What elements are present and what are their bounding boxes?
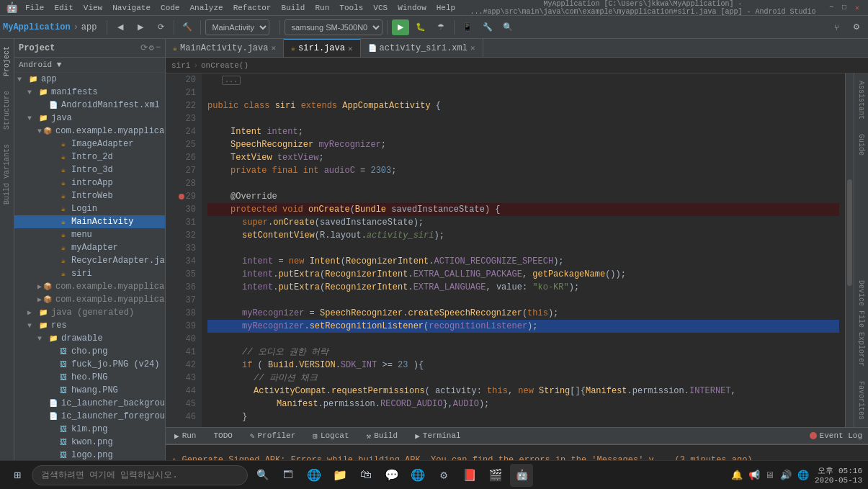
editor-scrollbar[interactable] bbox=[845, 73, 854, 427]
tree-item-hwang[interactable]: 🖼 hwang.PNG bbox=[14, 384, 166, 397]
taskbar-app3[interactable]: ⚙ bbox=[432, 464, 455, 487]
build-variants-tab[interactable]: Build Variants bbox=[1, 140, 12, 209]
structure-panel-tab[interactable]: Structure bbox=[1, 86, 12, 134]
menu-build[interactable]: Build bbox=[277, 2, 309, 14]
tab-mainactivity[interactable]: ☕ MainActivity.java ✕ bbox=[166, 39, 284, 57]
toolbar-build-btn[interactable]: 🔨 bbox=[179, 19, 196, 36]
event-log-btn[interactable]: Event Log bbox=[804, 431, 868, 440]
avd-button[interactable]: 📱 bbox=[459, 19, 476, 36]
minimize-button[interactable]: − bbox=[826, 3, 836, 13]
tree-item-fuckjo[interactable]: 🖼 fuck_jo.PNG (v24) bbox=[14, 358, 166, 371]
tab-logcat[interactable]: ⊞ Logcat bbox=[304, 427, 357, 444]
close-button[interactable]: ✕ bbox=[852, 3, 862, 13]
settings-button[interactable]: ⚙ bbox=[848, 19, 865, 36]
tree-item-manifests[interactable]: ▼ 📁 manifests bbox=[14, 86, 166, 99]
coverage-button[interactable]: ☂ bbox=[432, 19, 449, 36]
git-button[interactable]: ⑂ bbox=[828, 19, 845, 36]
menu-code[interactable]: Code bbox=[156, 2, 184, 14]
device-file-explorer-tab[interactable]: Device File Explorer bbox=[856, 276, 867, 371]
taskbar-store[interactable]: 🛍 bbox=[354, 464, 377, 487]
tree-item-siri[interactable]: ☕ siri bbox=[14, 267, 166, 280]
taskbar-app4[interactable]: 🎬 bbox=[484, 464, 507, 487]
guide-tab[interactable]: Guide bbox=[856, 130, 867, 160]
taskbar-cortana[interactable]: 🔍 bbox=[251, 464, 274, 487]
toolbar-back-btn[interactable]: ◀ bbox=[112, 19, 129, 36]
project-panel-tab[interactable]: Project bbox=[1, 42, 12, 81]
tree-item-cho[interactable]: 🖼 cho.png bbox=[14, 345, 166, 358]
tree-item-login[interactable]: ☕ Login bbox=[14, 202, 166, 215]
fold-indicator[interactable]: ... bbox=[222, 76, 241, 85]
breadcrumb-siri[interactable]: siri bbox=[171, 61, 190, 70]
favorites-tab[interactable]: Favorites bbox=[856, 377, 867, 424]
menu-file[interactable]: File bbox=[21, 2, 48, 14]
toolbar-forward-btn[interactable]: ▶ bbox=[132, 19, 149, 36]
tree-item-test[interactable]: ▶ 📦 com.example.myapplication (test) bbox=[14, 293, 166, 306]
menu-navigate[interactable]: Navigate bbox=[108, 2, 155, 14]
gear-icon[interactable]: ⚙ bbox=[149, 42, 154, 53]
tab-activity-siri[interactable]: 📄 activity_siri.xml ✕ bbox=[361, 39, 483, 57]
taskbar-search-box[interactable]: 검색하려면 여기에 입력하십시오. bbox=[32, 465, 248, 485]
sdk-button[interactable]: 🔧 bbox=[479, 19, 496, 36]
tree-item-androidmanifest[interactable]: 📄 AndroidManifest.xml bbox=[14, 99, 166, 112]
tab-siri[interactable]: ☕ siri.java ✕ bbox=[284, 39, 360, 57]
debug-button[interactable]: 🐛 bbox=[412, 19, 429, 36]
tree-item-myadapter[interactable]: ☕ myAdapter bbox=[14, 241, 166, 254]
tree-item-mainactivity[interactable]: ☕ MainActivity bbox=[14, 215, 166, 228]
run-config-dropdown[interactable]: MainActivity bbox=[205, 19, 269, 35]
tree-item-imageadapter[interactable]: ☕ ImageAdapter bbox=[14, 138, 166, 151]
menu-analyze[interactable]: Analyze bbox=[185, 2, 227, 14]
toolbar-recent-btn[interactable]: ⟳ bbox=[152, 19, 169, 36]
menu-help[interactable]: Help bbox=[432, 2, 460, 14]
menu-run[interactable]: Run bbox=[310, 2, 334, 14]
tab-close-siri[interactable]: ✕ bbox=[348, 44, 353, 53]
taskbar-explorer[interactable]: 📁 bbox=[328, 464, 352, 487]
tree-item-androidtest[interactable]: ▶ 📦 com.example.myapplication (androidTe… bbox=[14, 280, 166, 293]
tree-item-ic-launcher-fg[interactable]: 📄 ic_launcher_foreground.xml (v24) bbox=[14, 410, 166, 423]
sync-icon[interactable]: ⟳ bbox=[140, 42, 148, 53]
taskbar-app2[interactable]: 🌐 bbox=[406, 464, 429, 487]
tab-terminal[interactable]: ▶ Terminal bbox=[406, 427, 469, 444]
taskbar-task-view[interactable]: 🗔 bbox=[277, 464, 300, 487]
code-content[interactable]: ... public class siri extends AppCompatA… bbox=[202, 73, 845, 427]
scrollbar-thumb[interactable] bbox=[847, 179, 852, 285]
tree-item-menu[interactable]: ☕ menu bbox=[14, 228, 166, 241]
tree-item-kwon[interactable]: 🖼 kwon.png bbox=[14, 436, 166, 449]
search-everywhere-button[interactable]: 🔍 bbox=[499, 19, 516, 36]
tree-item-ic-launcher-bg[interactable]: 📄 ic_launcher_background.xml bbox=[14, 397, 166, 410]
breadcrumb-oncreate[interactable]: onCreate() bbox=[201, 61, 249, 70]
tab-close-mainactivity[interactable]: ✕ bbox=[271, 43, 276, 53]
maximize-button[interactable]: □ bbox=[839, 3, 849, 13]
assistant-tab[interactable]: Assistant bbox=[856, 76, 867, 124]
menu-view[interactable]: View bbox=[79, 2, 107, 14]
taskbar-app1[interactable]: 💬 bbox=[380, 464, 403, 487]
start-button[interactable]: ⊞ bbox=[6, 464, 29, 487]
run-button[interactable]: ▶ bbox=[392, 19, 409, 35]
tree-item-res[interactable]: ▼ 📁 res bbox=[14, 319, 166, 332]
tree-item-intro2d[interactable]: ☕ Intro_2d bbox=[14, 151, 166, 163]
tree-item-java-generated[interactable]: ▶ 📁 java (generated) bbox=[14, 306, 166, 319]
menu-edit[interactable]: Edit bbox=[50, 2, 77, 14]
taskbar-edge[interactable]: 🌐 bbox=[303, 464, 326, 487]
minimize-panel-icon[interactable]: − bbox=[156, 42, 161, 53]
menu-window[interactable]: Window bbox=[393, 2, 431, 14]
android-dropdown[interactable]: Android ▼ bbox=[14, 58, 165, 73]
taskbar-android-studio[interactable]: 🤖 bbox=[510, 464, 533, 487]
taskbar-pdf[interactable]: 📕 bbox=[458, 464, 481, 487]
tree-item-app[interactable]: ▼ 📁 app bbox=[14, 73, 166, 86]
menu-tools[interactable]: Tools bbox=[335, 2, 367, 14]
tree-item-introapp[interactable]: ☕ introApp bbox=[14, 176, 166, 189]
tab-build[interactable]: ⚒ Build bbox=[358, 427, 407, 444]
tree-item-recycleradapter[interactable]: ☕ RecyclerAdapter.java bbox=[14, 254, 166, 267]
tree-item-drawable[interactable]: ▼ 📁 drawable bbox=[14, 332, 166, 345]
tree-item-introweb[interactable]: ☕ IntroWeb bbox=[14, 189, 166, 202]
tree-item-package[interactable]: ▼ 📦 com.example.myapplication bbox=[14, 125, 166, 138]
tree-item-intro3d[interactable]: ☕ Intro_3d bbox=[14, 163, 166, 176]
tab-close-activity-siri[interactable]: ✕ bbox=[470, 43, 475, 53]
tab-profiler[interactable]: ✎ Profiler bbox=[241, 427, 304, 444]
tree-item-java[interactable]: ▼ 📁 java bbox=[14, 112, 166, 125]
menu-refactor[interactable]: Refactor bbox=[229, 2, 276, 14]
menu-vcs[interactable]: VCS bbox=[369, 2, 392, 14]
tree-item-klm[interactable]: 🖼 klm.png bbox=[14, 423, 166, 436]
tab-todo[interactable]: TODO bbox=[205, 427, 241, 444]
tab-run[interactable]: ▶ Run bbox=[166, 427, 205, 444]
